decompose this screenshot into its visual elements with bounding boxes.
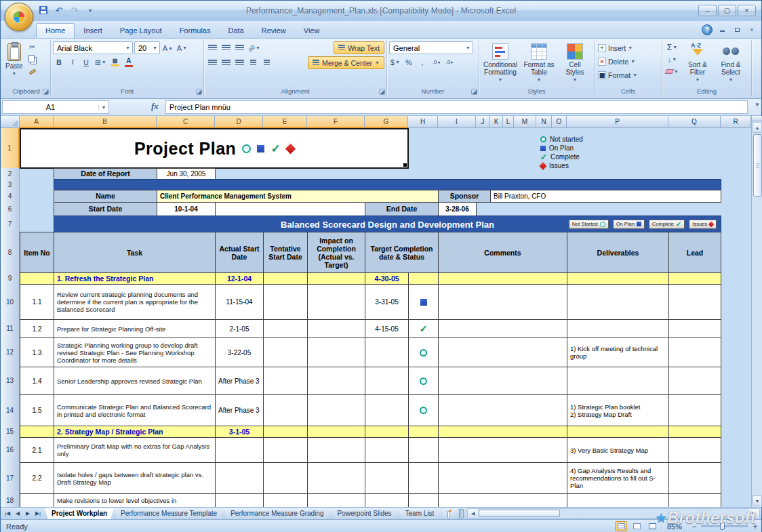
row-header-13[interactable]: 13 xyxy=(1,367,20,395)
cell-P12[interactable]: 1) Kick off meeting of technical group xyxy=(567,337,669,367)
alignment-dialog-launcher[interactable] xyxy=(379,89,385,95)
sheet-tab-powerpoint-slides[interactable]: Powerpoint Slides xyxy=(330,508,398,519)
row-header-16[interactable]: 16 xyxy=(1,437,20,463)
minimize-button[interactable]: – xyxy=(698,5,717,16)
fill-color-button[interactable]: ▨ xyxy=(109,56,121,68)
fill-button[interactable]: ↓▼ xyxy=(664,54,680,65)
cell-E17[interactable] xyxy=(263,462,308,494)
column-header-I[interactable]: I xyxy=(438,116,476,128)
cell-A15[interactable] xyxy=(20,426,54,438)
cell-G8[interactable]: Target Completion date & Status xyxy=(365,232,439,273)
cell-Q16[interactable] xyxy=(668,437,721,463)
normal-view-button[interactable] xyxy=(615,521,627,531)
name-box[interactable]: A1 ▼ xyxy=(2,100,109,114)
insert-cells-button[interactable]: + Insert ▼ xyxy=(597,41,660,54)
cell-G16[interactable] xyxy=(365,437,409,463)
cell-G17[interactable] xyxy=(365,462,409,494)
clear-button[interactable]: ▼ xyxy=(664,66,680,77)
borders-button[interactable]: ⊞▼ xyxy=(94,56,108,68)
cell-A13[interactable]: 1.4 xyxy=(20,367,54,395)
cell-H12[interactable] xyxy=(408,337,439,367)
cell-B8[interactable]: Task xyxy=(54,232,216,273)
cell-B16[interactable]: Preliminary Draft Map with no extras for… xyxy=(54,437,216,463)
cell-B12[interactable]: Strategic Planning working group to deve… xyxy=(54,337,216,367)
cell-I14[interactable] xyxy=(438,394,567,426)
cell-F18[interactable] xyxy=(307,493,365,507)
zoom-in-button[interactable]: + xyxy=(752,522,759,531)
cell-B11[interactable]: Prepare for Strategic Planning Off-site xyxy=(54,319,216,338)
row-header-7[interactable]: 7 xyxy=(1,216,20,232)
scroll-right-button[interactable]: ▶ xyxy=(749,509,759,518)
column-header-P[interactable]: P xyxy=(567,116,668,128)
cell-I13[interactable] xyxy=(438,367,567,395)
cell-G13[interactable] xyxy=(365,367,409,395)
cell-P8[interactable]: Deliverables xyxy=(567,232,669,273)
zoom-slider[interactable] xyxy=(701,525,748,527)
cell-I4[interactable]: Sponsor xyxy=(438,190,491,203)
row-header-11[interactable]: 11 xyxy=(1,319,20,338)
cell-C4[interactable]: Client Performance Management System xyxy=(157,190,439,203)
accounting-format-button[interactable]: $▼ xyxy=(389,56,401,68)
ribbon-tab-formulas[interactable]: Formulas xyxy=(171,24,220,38)
scroll-down-button[interactable]: ▼ xyxy=(753,495,762,506)
increase-decimal-button[interactable]: .0◂ xyxy=(430,56,442,68)
column-header-A[interactable]: A xyxy=(20,116,54,128)
row-header-17[interactable]: 17 xyxy=(1,462,20,494)
cell-D8[interactable]: Actual Start Date xyxy=(215,232,264,273)
scroll-up-button[interactable]: ▲ xyxy=(753,122,762,133)
zoom-slider-thumb[interactable] xyxy=(720,522,725,530)
cell-D17[interactable] xyxy=(215,462,264,494)
row-header-15[interactable]: 15 xyxy=(1,426,20,438)
cell-B9[interactable]: 1. Refresh the Strategic Plan xyxy=(54,272,216,285)
cell-F16[interactable] xyxy=(307,437,365,463)
cell-Q11[interactable] xyxy=(668,319,721,338)
font-color-button[interactable]: A xyxy=(123,56,135,68)
cell-A9[interactable] xyxy=(20,272,54,285)
cell-G9[interactable]: 4-30-05 xyxy=(365,272,409,285)
cell-H9[interactable] xyxy=(408,272,439,285)
cell-F13[interactable] xyxy=(307,367,365,395)
cell-I18[interactable] xyxy=(438,493,567,507)
cell-I11[interactable] xyxy=(438,319,567,338)
cell-Q17[interactable] xyxy=(668,462,721,494)
copy-button[interactable] xyxy=(26,54,39,65)
cell-P14[interactable]: 1) Strategic Plan booklet 2) Strategy Ma… xyxy=(567,394,669,426)
expand-formula-bar-button[interactable]: ▼ xyxy=(755,102,760,108)
page-layout-view-button[interactable] xyxy=(630,521,643,531)
undo-button[interactable]: ↶ xyxy=(53,4,65,16)
sort-filter-button[interactable]: A·Z Sort & Filter ▼ xyxy=(682,41,713,82)
cell-I16[interactable] xyxy=(438,437,567,463)
vertical-scrollbar[interactable]: ▲ ▼ xyxy=(751,116,762,507)
cell-F9[interactable] xyxy=(307,272,365,285)
clipboard-dialog-launcher[interactable] xyxy=(43,89,49,95)
cell-I10[interactable] xyxy=(438,284,567,320)
column-header-O[interactable]: O xyxy=(552,116,567,128)
status-filter-button-complete[interactable]: Complete✓ xyxy=(649,220,685,229)
align-middle-button[interactable] xyxy=(220,42,232,54)
cell-Q14[interactable] xyxy=(668,394,721,426)
cell-I6[interactable]: 3-28-06 xyxy=(438,202,477,216)
cell-B17[interactable]: Isolate holes / gaps between draft strat… xyxy=(54,462,216,494)
format-cells-button[interactable]: ▦ Format ▼ xyxy=(597,68,660,81)
status-filter-button-issues[interactable]: Issues xyxy=(689,220,717,229)
cell-E9[interactable] xyxy=(263,272,308,285)
cell-Q15[interactable] xyxy=(668,426,721,438)
number-dialog-launcher[interactable] xyxy=(471,89,477,95)
cell-D16[interactable] xyxy=(215,437,264,463)
increase-indent-button[interactable] xyxy=(260,57,273,68)
cell-G10[interactable]: 3-31-05 xyxy=(365,284,409,320)
vertical-scrollbar-thumb[interactable] xyxy=(753,134,762,197)
cell-D9[interactable]: 12-1-04 xyxy=(215,272,264,285)
save-button[interactable] xyxy=(37,4,49,16)
workbook-close-button[interactable]: × xyxy=(746,26,757,33)
row-header-9[interactable]: 9 xyxy=(1,272,20,285)
autosum-button[interactable]: Σ▼ xyxy=(664,41,680,53)
zoom-out-button[interactable]: − xyxy=(691,522,698,531)
cell-H11[interactable]: ✓ xyxy=(408,319,439,338)
horizontal-scrollbar-thumb[interactable] xyxy=(479,510,560,517)
cell-K4[interactable]: Bill Praxton, CFO xyxy=(490,190,721,203)
cell-B7[interactable]: Balanced Scorecard Design and Developmen… xyxy=(54,216,721,232)
paste-button[interactable]: Paste ▼ xyxy=(4,41,24,77)
cell-I17[interactable] xyxy=(438,462,567,494)
row-header-3[interactable]: 3 xyxy=(1,179,20,190)
